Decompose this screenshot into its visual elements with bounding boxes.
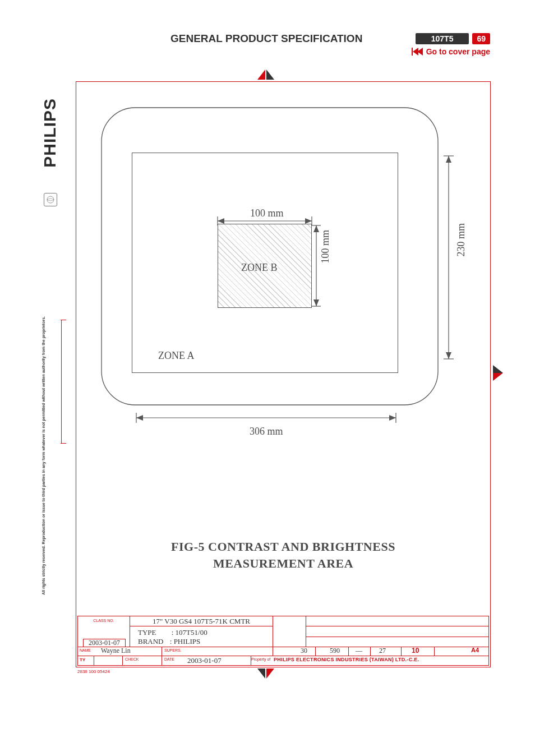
- tb-cell: [434, 647, 489, 656]
- copyright-rule-tick: [61, 443, 66, 444]
- type-value: : 107T51/00: [172, 628, 207, 637]
- tb-cell: [273, 647, 316, 656]
- property-value: PHILIPS ELECTRONICS INDUSTRIES (TAIWAN) …: [274, 657, 419, 662]
- dim-outer-height: 230 mm: [455, 223, 467, 257]
- nav-down-icon[interactable]: [266, 669, 274, 679]
- nav-right-icon[interactable]: [493, 373, 503, 381]
- supers-label: SUPERS.: [164, 648, 182, 652]
- page-number-badge: 69: [472, 33, 490, 44]
- brand-row: BRAND : PHILIPS: [138, 637, 200, 646]
- num-27: 27: [379, 647, 386, 655]
- check-label: CHECK: [125, 657, 139, 661]
- dim-inner-width: 100 mm: [250, 208, 284, 219]
- nav-up-icon[interactable]: [257, 70, 265, 80]
- date-label: DATE: [164, 657, 174, 661]
- tb-cell: [306, 637, 489, 647]
- figure-caption: FIG-5 CONTRAST AND BRIGHTNESS MEASUREMEN…: [76, 540, 491, 571]
- nav-right-icon-alt[interactable]: [493, 365, 503, 373]
- title-block: CLASS NO. 17" V30 GS4 107T5-71K CMTR TYP…: [77, 616, 489, 666]
- cover-link-label: Go to cover page: [426, 47, 490, 56]
- brand-label: BRAND: [138, 637, 164, 646]
- page-header: GENERAL PRODUCT SPECIFICATION 107T5 69 G…: [0, 33, 535, 56]
- svg-rect-0: [412, 48, 413, 56]
- copyright-rule-tick: [61, 320, 66, 320]
- figure-caption-line2: MEASUREMENT AREA: [76, 556, 491, 571]
- type-row: TYPE : 107T51/00: [138, 628, 207, 637]
- type-label: TYPE: [138, 628, 156, 637]
- page-title: GENERAL PRODUCT SPECIFICATION: [170, 33, 362, 45]
- name-value: Wayne Lin: [101, 647, 131, 655]
- num-30: 30: [301, 647, 307, 655]
- nav-up-icon-alt[interactable]: [266, 70, 274, 80]
- tb-cell: [306, 616, 489, 626]
- name-label: NAME: [80, 648, 91, 652]
- brand-shield-icon: [44, 193, 57, 206]
- ty-label: TY: [80, 657, 85, 662]
- date-bottom: 2003-01-07: [187, 656, 222, 665]
- nav-down-icon-alt[interactable]: [257, 669, 265, 679]
- svg-point-3: [47, 196, 54, 203]
- date-top: 2003-01-07: [83, 639, 126, 647]
- tb-cell: [94, 656, 123, 666]
- zone-b-label: ZONE B: [241, 262, 278, 274]
- tb-cell: [306, 626, 489, 637]
- go-to-cover-link[interactable]: Go to cover page: [412, 47, 490, 56]
- model-page-badge: 107T5 69: [416, 33, 490, 44]
- tb-cell: [273, 616, 306, 647]
- figure-caption-line1: FIG-5 CONTRAST AND BRIGHTNESS: [76, 540, 491, 554]
- zone-a-label: ZONE A: [156, 349, 196, 362]
- brand-value: : PHILIPS: [170, 637, 201, 646]
- drawing-title: 17" V30 GS4 107T5-71K CMTR: [130, 616, 273, 626]
- brand-logo-text: PHILIPS: [40, 98, 59, 168]
- dim-inner-height: 100 mm: [320, 230, 331, 264]
- form-code: 2838 100 05424: [77, 669, 110, 674]
- rewind-icon: [412, 48, 423, 56]
- tb-cell: [370, 647, 402, 656]
- num-dash: —: [356, 647, 362, 655]
- copyright-rule: [61, 320, 62, 443]
- model-badge: 107T5: [416, 33, 469, 44]
- property-label: Property of: [251, 657, 270, 661]
- dim-outer-width: 306 mm: [250, 426, 283, 437]
- num-590: 590: [330, 647, 340, 655]
- paper-size: A4: [471, 647, 479, 653]
- num-10: 10: [412, 647, 419, 654]
